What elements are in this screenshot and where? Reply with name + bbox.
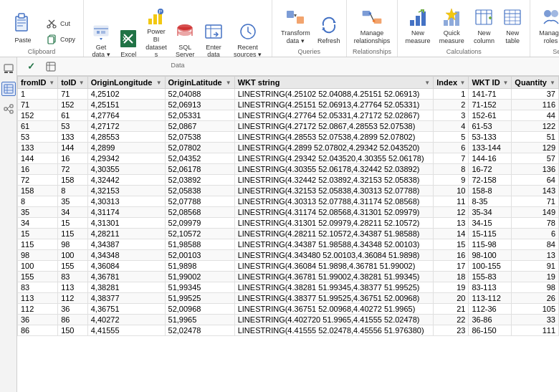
- table-row[interactable]: 16724,3035552,06178LINESTRING(4.30355 52…: [18, 164, 559, 175]
- col-header-wkt[interactable]: WKT string▼: [234, 77, 434, 89]
- cut-button[interactable]: Cut: [43, 16, 79, 31]
- col-header-index[interactable]: Index▼: [434, 77, 469, 89]
- cell-from: 35: [18, 207, 58, 218]
- refresh-button[interactable]: Refresh: [316, 12, 342, 47]
- ribbon-group-clipboard: Paste Cut: [0, 0, 84, 57]
- cell-from: 15: [18, 229, 58, 239]
- svg-point-58: [544, 10, 551, 17]
- data-group-label: Data: [171, 60, 184, 69]
- manage-relationships-button[interactable]: Manage relationships: [351, 4, 393, 47]
- quick-measure-button[interactable]: Quick measure: [435, 4, 469, 47]
- cell-to: 115: [58, 229, 88, 239]
- table-row[interactable]: 155834,3678151,99002LINESTRING(4.36781 5…: [18, 272, 559, 282]
- table-row[interactable]: 1001554,3608451,9898LINESTRING(4.36084 5…: [18, 261, 559, 272]
- paste-icon: [9, 8, 37, 37]
- cell-origlat: 52,07788: [165, 196, 234, 207]
- cell-index: 12: [434, 207, 469, 218]
- enter-data-button[interactable]: Enter data: [201, 19, 226, 61]
- cell-wkt: LINESTRING(4.402720 51.9965,4.41555 52.0…: [234, 315, 434, 325]
- new-column-label: New column: [473, 29, 496, 45]
- cell-to: 152: [58, 100, 88, 110]
- power-bi-datasets-button[interactable]: P Power BI datasets: [143, 3, 170, 60]
- cell-qty: 44: [512, 110, 559, 121]
- cell-origlat: 51,98588: [165, 239, 234, 250]
- recent-sources-button[interactable]: Recent sources ▾: [228, 19, 267, 61]
- table-view-icon[interactable]: [43, 59, 59, 75]
- excel-icon: X: [117, 27, 140, 50]
- svg-rect-69: [4, 85, 13, 93]
- table-row[interactable]: 981004,3434852,00103LINESTRING(4.343480 …: [18, 250, 559, 261]
- cut-icon: [46, 18, 57, 29]
- sql-server-button[interactable]: SQL Server: [171, 19, 199, 61]
- cell-origlon: 4,31301: [87, 218, 165, 229]
- table-row[interactable]: 34154,3130152,09979LINESTRING(4.31301 52…: [18, 218, 559, 229]
- col-header-origlon[interactable]: OriginLongitude▼: [87, 77, 165, 89]
- cell-qty: 116: [512, 100, 559, 110]
- cell-origlon: 4,30355: [87, 164, 165, 175]
- excel-button[interactable]: X Excel: [115, 26, 141, 60]
- table-row[interactable]: 531334,2855352,07538LINESTRING(4.28553 5…: [18, 132, 559, 143]
- table-row[interactable]: 1131124,3837751,99525LINESTRING(4.38377 …: [18, 293, 559, 304]
- table-row[interactable]: 15884,3215352,05838LINESTRING(4.32153 52…: [18, 186, 559, 196]
- left-panel-icons: [43, 59, 59, 75]
- table-row[interactable]: 151154,2821152,10572LINESTRING(4.28211 5…: [18, 229, 559, 239]
- report-view-icon[interactable]: [1, 62, 16, 76]
- model-view-icon[interactable]: [1, 102, 16, 116]
- table-row[interactable]: 8354,3031352,07788LINESTRING(4.30313 52.…: [18, 196, 559, 207]
- cell-qty: 129: [512, 143, 559, 153]
- copy-button[interactable]: Copy: [43, 32, 79, 47]
- new-table-label: New table: [502, 29, 522, 45]
- table-row[interactable]: 1331444,289952,07802LINESTRING(4.2899 52…: [18, 143, 559, 153]
- new-column-button[interactable]: New column: [470, 4, 499, 47]
- cell-wkt: LINESTRING(4.32153 52.05838,4.30313 52.0…: [234, 186, 434, 196]
- manage-roles-button[interactable]: Manage roles: [535, 4, 559, 47]
- cell-origlon: 4,32442: [87, 175, 165, 186]
- cell-origlat: 51,9965: [165, 315, 234, 325]
- cell-wktid: 113-112: [469, 293, 512, 304]
- data-view-icon[interactable]: [1, 82, 16, 96]
- table-row[interactable]: 115984,3438751,98588LINESTRING(4.34387 5…: [18, 239, 559, 250]
- table-row[interactable]: 711524,2515152,06913LINESTRING(4.25151 5…: [18, 100, 559, 110]
- table-row[interactable]: 61534,2717252,0867LINESTRING(4.27172 52.…: [18, 121, 559, 132]
- svg-rect-63: [47, 62, 55, 71]
- table-row[interactable]: 36864,4027251,9965LINESTRING(4.402720 51…: [18, 315, 559, 325]
- table-row[interactable]: 152614,2776452,05331LINESTRING(4.27764 5…: [18, 110, 559, 121]
- check-button[interactable]: ✓: [23, 59, 39, 75]
- ribbon-group-calculations: New measure Quick measure: [398, 0, 530, 57]
- get-data-button[interactable]: Get data ▾: [88, 19, 114, 61]
- data-table-container[interactable]: fromID▼ toID▼ OriginLongitude▼ OriginLat…: [17, 76, 559, 392]
- cell-index: 6: [434, 143, 469, 153]
- svg-point-8: [53, 25, 56, 28]
- copy-icon: [46, 34, 57, 45]
- cell-to: 36: [58, 304, 88, 315]
- table-row[interactable]: 861504,4155552,02478LINESTRING(4.41555 5…: [18, 325, 559, 336]
- col-header-origlat[interactable]: OriginLatitude▼: [165, 77, 234, 89]
- table-row[interactable]: 35344,3117452,08568LINESTRING(4.31174 52…: [18, 207, 559, 218]
- cell-to: 8: [58, 186, 88, 196]
- cell-wkt: LINESTRING(4.38377 51.99525,4.36751 52.0…: [234, 293, 434, 304]
- transform-data-button[interactable]: Transform data ▾: [277, 4, 315, 47]
- table-row[interactable]: 144164,2934252,04352LINESTRING(4.29342 5…: [18, 153, 559, 164]
- col-header-wktid[interactable]: WKT ID▼: [469, 77, 512, 89]
- table-row[interactable]: 831134,3828151,99345LINESTRING(4.38281 5…: [18, 282, 559, 293]
- manage-relationships-icon: [360, 6, 383, 29]
- svg-rect-10: [48, 37, 54, 44]
- cell-from: 61: [18, 121, 58, 132]
- new-table-button[interactable]: New table: [500, 4, 525, 47]
- paste-button[interactable]: Paste: [4, 5, 42, 47]
- col-header-from[interactable]: fromID▼: [18, 77, 58, 89]
- cell-qty: 78: [512, 218, 559, 229]
- col-header-to[interactable]: toID▼: [58, 77, 88, 89]
- quick-measure-icon: [440, 6, 463, 29]
- cell-from: 53: [18, 132, 58, 143]
- cell-index: 8: [434, 164, 469, 175]
- table-row[interactable]: 1714,2510252,04088LINESTRING(4.25102 52.…: [18, 89, 559, 100]
- cell-from: 115: [18, 239, 58, 250]
- sql-server-icon: [173, 20, 196, 43]
- col-header-qty[interactable]: Quantity▼: [512, 77, 559, 89]
- cell-to: 112: [58, 293, 88, 304]
- table-row[interactable]: 112364,3675152,00968LINESTRING(4.36751 5…: [18, 304, 559, 315]
- cell-wktid: 86-150: [469, 325, 512, 336]
- table-row[interactable]: 721584,3244252,03892LINESTRING(4.32442 5…: [18, 175, 559, 186]
- new-measure-button[interactable]: New measure: [402, 4, 434, 47]
